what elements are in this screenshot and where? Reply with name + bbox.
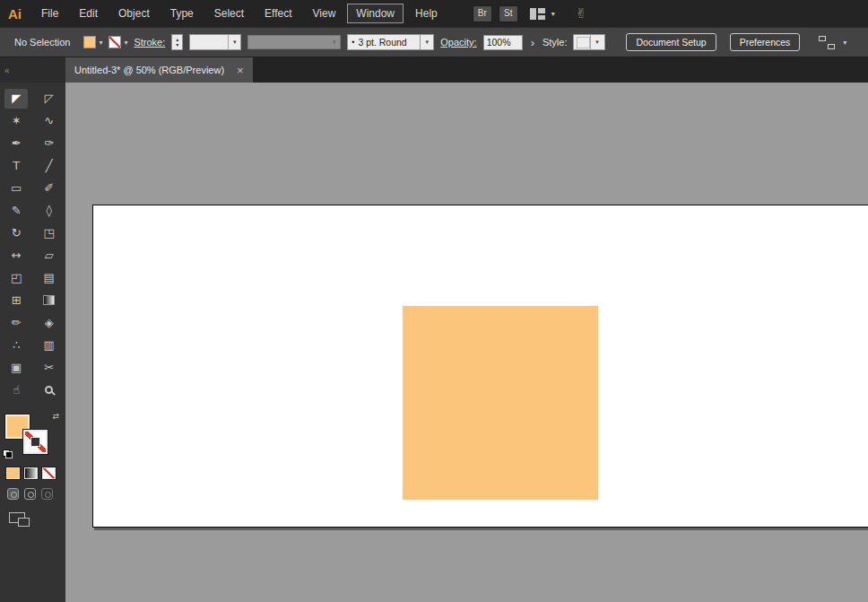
document-setup-button[interactable]: Document Setup — [626, 33, 716, 51]
brush-panel-button[interactable]: Br — [473, 5, 492, 22]
draw-inside-button[interactable] — [41, 488, 53, 500]
menu-window[interactable]: Window — [347, 4, 404, 23]
fill-swatch-control[interactable]: ▾ — [83, 36, 102, 48]
opacity-expand-icon[interactable]: › — [529, 37, 536, 48]
selection-tool[interactable]: ◤ — [4, 89, 28, 109]
touch-workspace-icon[interactable]: ✌ — [576, 5, 587, 22]
stepper-down-icon[interactable]: ▾ — [176, 42, 178, 48]
free-transform-tool[interactable]: ▱ — [38, 246, 61, 266]
screen-mode-button[interactable] — [9, 512, 25, 523]
pencil-tool[interactable]: ✎ — [4, 201, 28, 221]
menu-help[interactable]: Help — [406, 4, 447, 23]
style-combo[interactable]: ▾ — [573, 34, 605, 50]
style-label[interactable]: Style: — [542, 37, 568, 48]
brush-definition-control: •3 pt. Round ▾ — [347, 34, 434, 50]
column-graph-tool[interactable]: ▥ — [38, 336, 61, 355]
tab-strip: « Untitled-3* @ 50% (RGB/Preview) × — [0, 57, 868, 83]
opacity-label[interactable]: Opacity: — [440, 37, 476, 48]
draw-normal-button[interactable] — [7, 488, 19, 500]
width-profile-combo[interactable]: ▾ — [247, 35, 341, 49]
fill-color-chip[interactable] — [83, 36, 96, 48]
shape-builder-tool-icon: ◰ — [11, 272, 22, 284]
stroke-weight-combo[interactable]: ▾ — [189, 34, 241, 50]
artboard-tool[interactable]: ▣ — [4, 358, 28, 378]
opacity-input[interactable] — [483, 35, 523, 50]
line-segment-tool[interactable]: ╱ — [38, 156, 61, 176]
lasso-tool[interactable]: ∿ — [38, 111, 61, 131]
hand-tool[interactable]: ☝ — [4, 380, 28, 400]
gradient-tool[interactable] — [38, 291, 61, 310]
eyedropper-tool[interactable]: ✏ — [4, 313, 28, 333]
curvature-tool[interactable]: ✑ — [38, 134, 61, 153]
menu-view[interactable]: View — [304, 4, 345, 23]
mesh-tool[interactable]: ⊞ — [4, 291, 28, 310]
lasso-tool-icon: ∿ — [44, 115, 54, 127]
pen-tool[interactable]: ✒ — [4, 134, 28, 153]
slice-tool[interactable]: ✂ — [38, 358, 61, 378]
tab-strip-empty — [253, 57, 868, 83]
style-swatch-chip — [577, 37, 590, 48]
stroke-swatch-control[interactable]: ▾ — [108, 36, 127, 48]
stroke-weight-chevron-icon[interactable]: ▾ — [228, 35, 240, 49]
stroke-color-chip[interactable] — [108, 36, 121, 48]
rectangle-tool-icon: ▭ — [11, 182, 22, 194]
type-tool[interactable]: T — [4, 156, 28, 176]
paintbrush-tool[interactable]: ✐ — [38, 179, 61, 198]
graphic-styles-panel-button[interactable]: St — [499, 5, 518, 22]
brush-definition-combo[interactable]: •3 pt. Round — [347, 34, 421, 50]
gradient-button[interactable] — [24, 467, 38, 479]
panel-collapse-button[interactable]: « — [0, 57, 65, 83]
blend-tool[interactable]: ◈ — [38, 313, 61, 333]
magic-wand-tool[interactable]: ✶ — [4, 111, 28, 131]
stroke-proxy-swatch[interactable] — [23, 430, 48, 454]
rectangle-tool[interactable]: ▭ — [4, 179, 28, 198]
direct-selection-tool[interactable]: ◸ — [38, 89, 61, 109]
preferences-button[interactable]: Preferences — [730, 33, 801, 51]
menu-file[interactable]: File — [32, 4, 67, 23]
brush-definition-value: 3 pt. Round — [354, 37, 420, 48]
color-button[interactable] — [6, 467, 20, 479]
selection-status: No Selection — [14, 37, 70, 48]
arrange-chevron-icon[interactable]: ▾ — [843, 39, 846, 47]
type-tool-icon: T — [13, 160, 20, 171]
symbol-sprayer-tool-icon: ∴ — [13, 339, 20, 351]
zoom-tool[interactable] — [38, 380, 61, 400]
default-fill-stroke-icon[interactable] — [3, 449, 13, 458]
eraser-tool[interactable]: ◊ — [38, 201, 61, 221]
draw-behind-button[interactable] — [24, 488, 36, 500]
screen-mode-row — [0, 500, 65, 527]
arrange-icon[interactable] — [819, 36, 837, 49]
perspective-grid-tool[interactable]: ▤ — [38, 268, 61, 288]
stroke-chevron-icon[interactable]: ▾ — [124, 39, 127, 47]
none-button[interactable] — [42, 467, 56, 479]
menu-type[interactable]: Type — [161, 4, 203, 23]
tab-close-icon[interactable]: × — [237, 65, 244, 76]
workspace-switcher-icon[interactable] — [530, 8, 545, 20]
document-tab[interactable]: Untitled-3* @ 50% (RGB/Preview) × — [65, 57, 253, 83]
menu-edit[interactable]: Edit — [70, 4, 107, 23]
brush-chevron-icon[interactable]: ▾ — [421, 34, 434, 50]
drawn-rectangle[interactable] — [403, 306, 598, 500]
artboard[interactable] — [92, 205, 868, 528]
style-chevron-icon[interactable]: ▾ — [590, 35, 603, 49]
menu-effect[interactable]: Effect — [256, 4, 300, 23]
fill-stroke-proxy: ⇄ — [0, 412, 65, 460]
illustrator-window: Ai FileEditObjectTypeSelectEffectViewWin… — [0, 0, 868, 602]
blend-tool-icon: ◈ — [45, 317, 54, 328]
shape-builder-tool[interactable]: ◰ — [4, 268, 28, 288]
menu-select[interactable]: Select — [205, 4, 253, 23]
tools-panel: ◤◸✶∿✒✑T╱▭✐✎◊↻◳↔▱◰▤⊞✏◈∴▥▣✂☝ ⇄ — [0, 83, 65, 602]
stroke-weight-stepper[interactable]: ▴▾ — [171, 34, 183, 50]
fill-chevron-icon[interactable]: ▾ — [99, 39, 102, 47]
workspace-chevron-icon[interactable]: ▾ — [551, 10, 555, 18]
width-profile-chevron-icon: ▾ — [328, 39, 340, 46]
swap-fill-stroke-icon[interactable]: ⇄ — [52, 412, 59, 421]
width-tool[interactable]: ↔ — [4, 246, 28, 266]
menu-object[interactable]: Object — [109, 4, 159, 23]
symbol-sprayer-tool[interactable]: ∴ — [4, 336, 28, 355]
rotate-tool[interactable]: ↻ — [4, 223, 28, 243]
scale-tool[interactable]: ◳ — [38, 223, 61, 243]
stroke-label[interactable]: Stroke: — [134, 37, 165, 48]
canvas-area[interactable] — [65, 83, 868, 602]
main-area: ◤◸✶∿✒✑T╱▭✐✎◊↻◳↔▱◰▤⊞✏◈∴▥▣✂☝ ⇄ — [0, 83, 868, 602]
